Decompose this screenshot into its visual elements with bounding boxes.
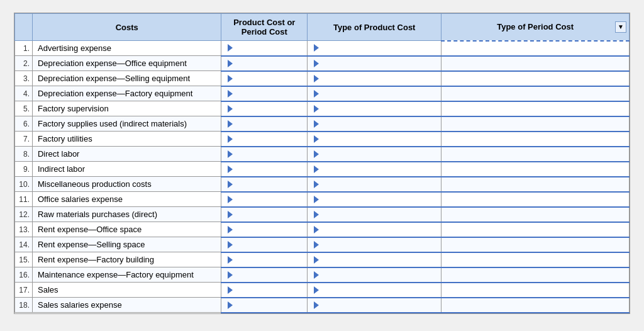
row-number: 2. [15, 56, 33, 71]
cost-name: Rent expense—Factory building [32, 252, 221, 267]
product-period-cell[interactable] [221, 267, 308, 283]
product-period-cell[interactable] [221, 101, 308, 116]
type-product-cell[interactable] [308, 283, 441, 298]
row-number: 15. [15, 252, 33, 267]
table-row: 14.Rent expense—Selling space [15, 237, 630, 252]
table-row: 3.Depreciation expense—Selling equipment [15, 71, 630, 86]
product-period-cell[interactable] [221, 222, 308, 237]
product-period-cell[interactable] [221, 252, 308, 267]
type-product-cell[interactable] [308, 86, 441, 101]
row-number: 8. [15, 147, 33, 162]
product-period-cell[interactable] [221, 207, 308, 222]
row-number: 16. [15, 267, 33, 283]
table-row: 4.Depreciation expense—Factory equipment [15, 86, 630, 101]
row-number: 10. [15, 177, 33, 192]
row-number: 3. [15, 71, 33, 86]
cost-name: Advertising expense [32, 41, 221, 56]
product-period-cell[interactable] [221, 71, 308, 86]
product-period-cell[interactable] [221, 162, 308, 177]
type-product-cell[interactable] [308, 237, 441, 252]
cost-name: Factory utilities [32, 132, 221, 147]
type-period-cell[interactable] [441, 267, 630, 283]
product-period-cell[interactable] [221, 237, 308, 252]
product-period-cell[interactable] [221, 56, 308, 71]
type-product-cell[interactable] [308, 132, 441, 147]
header-costs: Costs [32, 14, 221, 41]
row-number: 4. [15, 86, 33, 101]
table-row: 17.Sales [15, 283, 630, 298]
product-period-cell[interactable] [221, 41, 308, 56]
row-number: 9. [15, 162, 33, 177]
type-period-cell[interactable] [441, 237, 630, 252]
type-product-cell[interactable] [308, 41, 441, 56]
type-product-cell[interactable] [308, 207, 441, 222]
table-row: 5.Factory supervision [15, 101, 630, 116]
cost-name: Factory supplies used (indirect material… [32, 116, 221, 132]
dropdown-icon[interactable]: ▼ [615, 21, 626, 33]
type-period-cell[interactable] [441, 116, 630, 132]
table-row: 2.Depreciation expense—Office equipment [15, 56, 630, 71]
type-period-cell[interactable] [441, 207, 630, 222]
type-period-cell[interactable] [441, 71, 630, 86]
type-product-cell[interactable] [308, 162, 441, 177]
header-num [15, 14, 33, 41]
type-period-cell[interactable] [441, 132, 630, 147]
product-period-cell[interactable] [221, 298, 308, 313]
type-product-cell[interactable] [308, 177, 441, 192]
product-period-cell[interactable] [221, 283, 308, 298]
table-row: 9.Indirect labor [15, 162, 630, 177]
product-period-cell[interactable] [221, 177, 308, 192]
header-product-period: Product Cost or Period Cost [221, 14, 308, 41]
type-period-cell[interactable] [441, 86, 630, 101]
row-number: 1. [15, 41, 33, 56]
table-row: 8.Direct labor [15, 147, 630, 162]
type-period-cell[interactable] [441, 101, 630, 116]
product-period-cell[interactable] [221, 132, 308, 147]
row-number: 12. [15, 207, 33, 222]
type-period-cell[interactable] [441, 222, 630, 237]
cost-name: Miscellaneous production costs [32, 177, 221, 192]
product-period-cell[interactable] [221, 86, 308, 101]
type-product-cell[interactable] [308, 147, 441, 162]
cost-name: Maintenance expense—Factory equipment [32, 267, 221, 283]
type-product-cell[interactable] [308, 222, 441, 237]
type-product-cell[interactable] [308, 267, 441, 283]
type-period-cell[interactable] [441, 298, 630, 313]
row-number: 6. [15, 116, 33, 132]
table-row: 6.Factory supplies used (indirect materi… [15, 116, 630, 132]
type-period-cell[interactable] [441, 41, 630, 56]
table-row: 11.Office salaries expense [15, 192, 630, 207]
product-period-cell[interactable] [221, 116, 308, 132]
row-number: 7. [15, 132, 33, 147]
table-row: 12.Raw materials purchases (direct) [15, 207, 630, 222]
type-product-cell[interactable] [308, 252, 441, 267]
type-product-cell[interactable] [308, 101, 441, 116]
main-table-wrapper: Costs Product Cost or Period Cost Type o… [14, 13, 630, 314]
cost-name: Direct labor [32, 147, 221, 162]
row-number: 13. [15, 222, 33, 237]
cost-name: Sales [32, 283, 221, 298]
row-number: 14. [15, 237, 33, 252]
type-product-cell[interactable] [308, 56, 441, 71]
cost-name: Sales salaries expense [32, 298, 221, 313]
type-product-cell[interactable] [308, 71, 441, 86]
type-period-cell[interactable] [441, 192, 630, 207]
type-product-cell[interactable] [308, 116, 441, 132]
product-period-cell[interactable] [221, 147, 308, 162]
type-product-cell[interactable] [308, 192, 441, 207]
cost-name: Rent expense—Selling space [32, 237, 221, 252]
cost-name: Indirect labor [32, 162, 221, 177]
type-period-cell[interactable] [441, 162, 630, 177]
type-period-cell[interactable] [441, 252, 630, 267]
row-number: 11. [15, 192, 33, 207]
table-row: 13.Rent expense—Office space [15, 222, 630, 237]
type-period-cell[interactable] [441, 147, 630, 162]
type-period-cell[interactable] [441, 177, 630, 192]
type-period-cell[interactable] [441, 283, 630, 298]
product-period-cell[interactable] [221, 192, 308, 207]
cost-name: Depreciation expense—Factory equipment [32, 86, 221, 101]
type-period-cell[interactable] [441, 56, 630, 71]
table-row: 10.Miscellaneous production costs [15, 177, 630, 192]
type-product-cell[interactable] [308, 298, 441, 313]
table-row: 1.Advertising expense [15, 41, 630, 56]
